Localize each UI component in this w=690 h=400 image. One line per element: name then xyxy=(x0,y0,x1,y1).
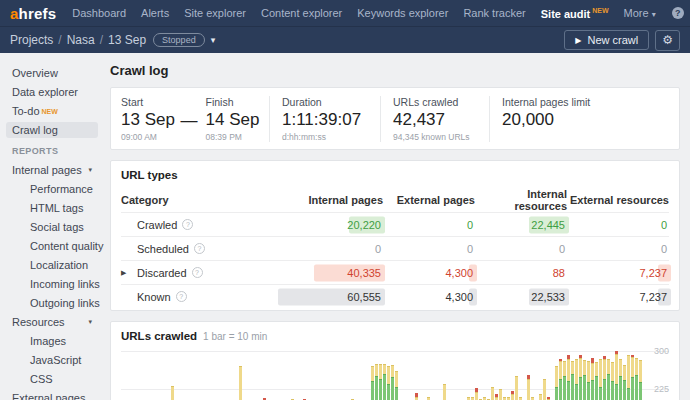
sidebar-item-to-do[interactable]: To-doNEW xyxy=(6,103,98,119)
sidebar-item-overview[interactable]: Overview xyxy=(6,65,98,81)
breadcrumb-item-nasa[interactable]: Nasa xyxy=(67,33,95,47)
bar-segment-yellow xyxy=(623,365,626,380)
bar-segment-yellow xyxy=(387,366,390,384)
bar-segment-yellow xyxy=(467,397,470,400)
sidebar-item-javascript[interactable]: JavaScript xyxy=(24,352,98,368)
nav-item-alerts[interactable]: Alerts xyxy=(141,7,169,19)
chart-bar[interactable] xyxy=(563,361,566,400)
chart-bar[interactable] xyxy=(495,394,498,400)
chart-bar[interactable] xyxy=(623,365,626,400)
bar-segment-yellow xyxy=(611,362,614,381)
sidebar-item-internal-pages[interactable]: Internal pages▾ xyxy=(6,162,98,178)
sidebar-item-performance[interactable]: Performance xyxy=(24,181,98,197)
chart-bar[interactable] xyxy=(507,397,510,400)
chart-bar[interactable] xyxy=(371,366,374,400)
chart-bar[interactable] xyxy=(571,361,574,400)
chart-bar[interactable] xyxy=(391,365,394,400)
bar-segment-yellow xyxy=(631,357,634,377)
chart-bar[interactable] xyxy=(599,359,602,400)
chart-bar[interactable] xyxy=(567,355,570,400)
gear-icon[interactable]: ⚙ xyxy=(655,30,680,51)
chart-bar[interactable] xyxy=(607,359,610,400)
chart-bar[interactable] xyxy=(543,379,546,400)
divider xyxy=(489,96,490,142)
chart-bar[interactable] xyxy=(503,397,506,400)
chart-bar[interactable] xyxy=(427,397,430,400)
chart-bar[interactable] xyxy=(375,364,378,400)
nav-item-keywords-explorer[interactable]: Keywords explorer xyxy=(357,7,448,19)
chart-bar[interactable] xyxy=(575,359,578,400)
sidebar-item-social-tags[interactable]: Social tags xyxy=(24,219,98,235)
sidebar-item-resources[interactable]: Resources▾ xyxy=(6,314,98,330)
chart-bar[interactable] xyxy=(443,384,446,400)
chart-bar[interactable] xyxy=(483,397,486,400)
sidebar-item-label: Data explorer xyxy=(12,86,78,98)
chart-bar[interactable] xyxy=(619,359,622,400)
chart-bar[interactable] xyxy=(559,359,562,400)
project-dropdown-caret[interactable]: ▾ xyxy=(211,35,216,45)
new-crawl-button[interactable]: ▶ New crawl xyxy=(564,30,649,50)
ahrefs-logo[interactable]: ahrefs xyxy=(10,5,56,22)
cell-crawled: 0 xyxy=(567,219,669,231)
chart-bar[interactable] xyxy=(531,397,534,400)
expand-arrow-icon[interactable]: ▶ xyxy=(121,269,133,277)
chart-bar[interactable] xyxy=(631,355,634,400)
nav-item-dashboard[interactable]: Dashboard xyxy=(72,7,126,19)
chart-bar[interactable] xyxy=(383,364,386,400)
cell-scheduled: 0 xyxy=(291,243,383,255)
sidebar-item-outgoing-links[interactable]: Outgoing links xyxy=(24,295,98,311)
chart-bar[interactable] xyxy=(519,397,522,400)
chart-bar[interactable] xyxy=(515,376,518,400)
chart-bar[interactable] xyxy=(555,366,558,400)
nav-item-rank-tracker[interactable]: Rank tracker xyxy=(463,7,525,19)
nav-item-site-explorer[interactable]: Site explorer xyxy=(184,7,246,19)
chart-bar[interactable] xyxy=(471,397,474,400)
chart-bar[interactable] xyxy=(475,388,478,400)
chart-bar[interactable] xyxy=(379,364,382,400)
sidebar-item-external-pages[interactable]: External pages xyxy=(6,390,98,400)
sidebar-item-data-explorer[interactable]: Data explorer xyxy=(6,84,98,100)
sidebar-item-incoming-links[interactable]: Incoming links xyxy=(24,276,98,292)
chart-bar[interactable] xyxy=(415,393,418,400)
sidebar-item-localization[interactable]: Localization xyxy=(24,257,98,273)
table-row-discarded: ▶Discarded?40,3354,300887,237 xyxy=(121,260,669,284)
chart-bar[interactable] xyxy=(579,355,582,400)
chart-bar[interactable] xyxy=(547,397,550,400)
breadcrumb-item-projects[interactable]: Projects xyxy=(10,33,53,47)
chart-bar[interactable] xyxy=(387,366,390,400)
chart-bar[interactable] xyxy=(239,366,242,400)
chart-bar[interactable] xyxy=(603,356,606,400)
chart-bar[interactable] xyxy=(591,358,594,400)
nav-item-more[interactable]: More▾ xyxy=(624,7,656,19)
chart-bar[interactable] xyxy=(467,397,470,400)
chart-bar[interactable] xyxy=(587,361,590,400)
breadcrumb-item-13-sep[interactable]: 13 Sep xyxy=(108,33,146,47)
chart-bar[interactable] xyxy=(627,355,630,400)
sidebar-item-crawl-log[interactable]: Crawl log xyxy=(6,122,98,138)
sidebar-item-images[interactable]: Images xyxy=(24,333,98,349)
chart-bar[interactable] xyxy=(171,386,174,400)
chart-bar[interactable] xyxy=(635,358,638,400)
table-row-crawled: Crawled?20,220022,4450 xyxy=(121,212,669,236)
chart-bar[interactable] xyxy=(611,362,614,400)
url-types-title: URL types xyxy=(111,161,679,188)
chart-bar[interactable] xyxy=(583,360,586,400)
chart-bar[interactable] xyxy=(539,394,542,400)
chart-bar[interactable] xyxy=(491,387,494,400)
chart-bar[interactable] xyxy=(595,362,598,400)
chart-bar[interactable] xyxy=(615,351,618,400)
chart-bar[interactable] xyxy=(499,389,502,400)
chart-bar[interactable] xyxy=(639,360,642,400)
sidebar-item-html-tags[interactable]: HTML tags xyxy=(24,200,98,216)
chart-bar[interactable] xyxy=(511,391,514,400)
nav-item-content-explorer[interactable]: Content explorer xyxy=(261,7,342,19)
bar-segment-green xyxy=(587,382,590,400)
help-icon[interactable]: ? xyxy=(671,6,685,20)
bar-segment-yellow xyxy=(603,359,606,379)
cell-value: 4,300 xyxy=(445,267,475,279)
nav-item-site-audit[interactable]: Site auditNEW xyxy=(541,7,609,20)
sidebar-item-css[interactable]: CSS xyxy=(24,371,98,387)
sidebar-item-content-quality[interactable]: Content quality xyxy=(24,238,98,254)
chart-bar[interactable] xyxy=(395,371,398,400)
chart-bar[interactable] xyxy=(527,375,530,400)
